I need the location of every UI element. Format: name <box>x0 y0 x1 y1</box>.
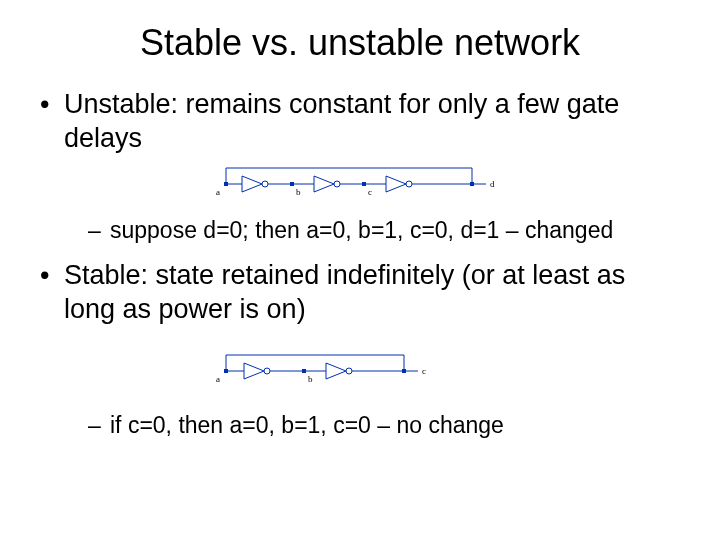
label-c: c <box>368 187 372 197</box>
bullet-stable-text: Stable: state retained indefinitely (or … <box>64 260 625 324</box>
bullet-stable: Stable: state retained indefinitely (or … <box>40 259 680 440</box>
circuit-unstable: a b c <box>214 162 504 206</box>
sub-unstable: suppose d=0; then a=0, b=1, c=0, d=1 – c… <box>64 216 680 246</box>
label-b: b <box>296 187 301 197</box>
label-a: a <box>216 187 220 197</box>
sub-stable: if c=0, then a=0, b=1, c=0 – no change <box>64 411 680 441</box>
bullet-list: Unstable: remains constant for only a fe… <box>40 88 680 441</box>
label-d: d <box>490 179 495 189</box>
svg-rect-4 <box>290 182 294 186</box>
figure-stable: a b <box>214 349 680 393</box>
svg-rect-12 <box>470 182 474 186</box>
bullet-unstable: Unstable: remains constant for only a fe… <box>40 88 680 245</box>
sub-list-unstable: suppose d=0; then a=0, b=1, c=0, d=1 – c… <box>64 216 680 246</box>
bullet-unstable-text: Unstable: remains constant for only a fe… <box>64 89 619 153</box>
svg-point-2 <box>262 181 268 187</box>
svg-point-6 <box>334 181 340 187</box>
svg-point-20 <box>346 368 352 374</box>
svg-rect-18 <box>302 369 306 373</box>
label2-c: c <box>422 366 426 376</box>
circuit-stable: a b <box>214 349 444 393</box>
svg-rect-14 <box>224 369 228 373</box>
svg-point-10 <box>406 181 412 187</box>
sub-list-stable: if c=0, then a=0, b=1, c=0 – no change <box>64 411 680 441</box>
svg-rect-8 <box>362 182 366 186</box>
svg-rect-22 <box>402 369 406 373</box>
label2-a: a <box>216 374 220 384</box>
slide-title: Stable vs. unstable network <box>40 22 680 64</box>
svg-point-16 <box>264 368 270 374</box>
label2-b: b <box>308 374 313 384</box>
figure-unstable: a b c <box>214 162 680 206</box>
slide: Stable vs. unstable network Unstable: re… <box>0 0 720 540</box>
svg-rect-0 <box>224 182 228 186</box>
